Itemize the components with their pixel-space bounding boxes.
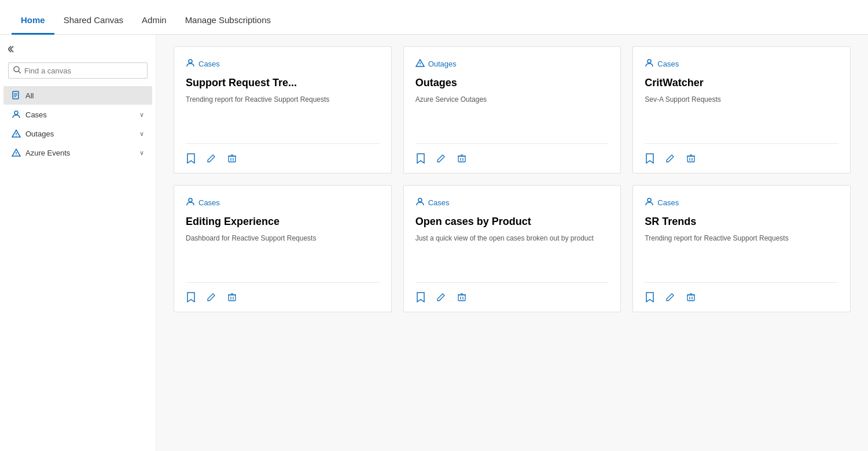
bookmark-button-outages[interactable] — [415, 152, 426, 165]
search-box — [8, 62, 148, 79]
cases-chevron-icon: ∨ — [139, 111, 144, 119]
card-description-critwatcher: Sev-A Support Requests — [645, 94, 838, 134]
card-description-editing-experience: Dashboard for Reactive Support Requests — [186, 233, 380, 273]
card-description-open-cases-by-product: Just a quick view of the open cases brok… — [415, 233, 609, 273]
delete-button-editing-experience[interactable] — [226, 291, 238, 303]
sidebar-item-outages-label: Outages — [25, 130, 139, 138]
card-actions-open-cases-by-product — [415, 282, 609, 312]
card-actions-outages — [415, 143, 609, 173]
outages-chevron-icon: ∨ — [139, 130, 144, 138]
svg-rect-34 — [229, 295, 236, 301]
bookmark-button-editing-experience[interactable] — [186, 291, 196, 304]
edit-button-editing-experience[interactable] — [205, 291, 217, 303]
svg-rect-46 — [687, 295, 694, 301]
delete-button-sr-trends[interactable] — [685, 291, 697, 303]
azure-events-triangle-icon — [12, 148, 21, 157]
search-icon — [13, 66, 21, 75]
sidebar-item-outages[interactable]: Outages ∨ — [3, 124, 152, 143]
edit-button-critwatcher[interactable] — [664, 153, 676, 164]
card-description-support-request-tre: Trending report for Reactive Support Req… — [186, 94, 380, 134]
svg-rect-22 — [458, 156, 465, 162]
card-actions-critwatcher — [645, 143, 838, 173]
svg-point-21 — [420, 65, 420, 65]
canvas-card-sr-trends: Cases SR Trends Trending report for Reac… — [632, 185, 851, 312]
canvas-card-outages: Outages Outages Azure Service Outages — [403, 46, 621, 173]
edit-button-open-cases-by-product[interactable] — [435, 291, 447, 303]
card-title-sr-trends[interactable]: SR Trends — [645, 215, 838, 228]
sidebar-item-azure-events-label: Azure Events — [25, 149, 139, 157]
main-layout: All Cases ∨ Outages ∨ — [0, 35, 868, 451]
canvas-card-critwatcher: Cases CritWatcher Sev-A Support Requests — [632, 46, 851, 173]
card-category-icon-sr-trends — [645, 197, 654, 208]
svg-point-6 — [14, 111, 18, 114]
nav-shared-canvas[interactable]: Shared Canvas — [54, 15, 133, 35]
card-category-label-support-request-tre: Cases — [198, 60, 220, 68]
sidebar-item-cases-label: Cases — [25, 110, 139, 119]
svg-point-33 — [189, 198, 192, 202]
svg-rect-14 — [229, 156, 236, 162]
card-category-label-outages: Outages — [428, 60, 457, 68]
cards-grid: Cases Support Request Tre... Trending re… — [174, 46, 851, 312]
svg-point-9 — [16, 135, 16, 136]
svg-point-27 — [648, 60, 651, 63]
delete-button-support-request-tre[interactable] — [226, 153, 238, 164]
search-container — [0, 58, 156, 86]
edit-button-outages[interactable] — [435, 153, 447, 164]
edit-button-sr-trends[interactable] — [664, 291, 676, 303]
nav-home[interactable]: Home — [12, 15, 54, 35]
card-title-outages[interactable]: Outages — [415, 76, 609, 90]
svg-rect-40 — [458, 295, 465, 301]
card-description-outages: Azure Service Outages — [415, 94, 609, 134]
nav-manage-subscriptions[interactable]: Manage Subscriptions — [176, 15, 280, 35]
bookmark-button-sr-trends[interactable] — [645, 291, 655, 304]
sidebar-item-azure-events[interactable]: Azure Events ∨ — [3, 143, 152, 162]
svg-rect-28 — [687, 156, 694, 162]
card-category-icon-support-request-tre — [186, 58, 195, 69]
sidebar-item-all-label: All — [25, 91, 144, 100]
delete-button-critwatcher[interactable] — [685, 153, 697, 164]
bookmark-button-support-request-tre[interactable] — [186, 152, 196, 165]
content-area: Cases Support Request Tre... Trending re… — [156, 35, 868, 451]
cases-person-icon — [12, 110, 21, 119]
azure-events-chevron-icon: ∨ — [139, 149, 144, 157]
card-category-label-open-cases-by-product: Cases — [428, 198, 450, 207]
nav-admin[interactable]: Admin — [133, 15, 176, 35]
bookmark-button-critwatcher[interactable] — [645, 152, 655, 165]
card-category-icon-outages — [415, 58, 425, 69]
card-title-critwatcher[interactable]: CritWatcher — [645, 76, 838, 90]
delete-button-outages[interactable] — [456, 153, 468, 164]
svg-point-45 — [648, 198, 651, 202]
card-description-sr-trends: Trending report for Reactive Support Req… — [645, 233, 838, 273]
card-category-support-request-tre: Cases — [186, 58, 380, 69]
svg-line-1 — [19, 71, 21, 73]
sidebar-item-cases[interactable]: Cases ∨ — [3, 105, 152, 124]
card-category-label-editing-experience: Cases — [198, 198, 220, 207]
card-category-icon-open-cases-by-product — [415, 197, 425, 208]
sidebar: All Cases ∨ Outages ∨ — [0, 35, 156, 451]
collapse-icon — [8, 45, 16, 53]
card-category-icon-editing-experience — [186, 197, 195, 208]
search-input[interactable] — [24, 66, 142, 75]
sidebar-item-all[interactable]: All — [3, 86, 152, 105]
canvas-card-open-cases-by-product: Cases Open cases by Product Just a quick… — [403, 185, 621, 312]
edit-button-support-request-tre[interactable] — [205, 153, 217, 164]
card-actions-sr-trends — [645, 282, 838, 312]
card-title-support-request-tre[interactable]: Support Request Tre... — [186, 76, 380, 90]
card-actions-support-request-tre — [186, 143, 380, 173]
card-category-critwatcher: Cases — [645, 58, 838, 69]
card-category-outages: Outages — [415, 58, 609, 69]
card-category-editing-experience: Cases — [186, 197, 380, 208]
outages-triangle-icon — [12, 129, 21, 138]
card-category-label-critwatcher: Cases — [657, 60, 679, 68]
delete-button-open-cases-by-product[interactable] — [456, 291, 468, 303]
document-icon — [12, 91, 21, 100]
card-title-editing-experience[interactable]: Editing Experience — [186, 215, 380, 228]
sidebar-collapse-button[interactable] — [0, 40, 156, 58]
canvas-card-editing-experience: Cases Editing Experience Dashboard for R… — [174, 185, 392, 312]
svg-point-0 — [14, 66, 19, 72]
card-title-open-cases-by-product[interactable]: Open cases by Product — [415, 215, 609, 228]
card-actions-editing-experience — [186, 282, 380, 312]
bookmark-button-open-cases-by-product[interactable] — [415, 291, 426, 304]
svg-point-39 — [418, 198, 422, 202]
svg-point-12 — [16, 154, 16, 155]
